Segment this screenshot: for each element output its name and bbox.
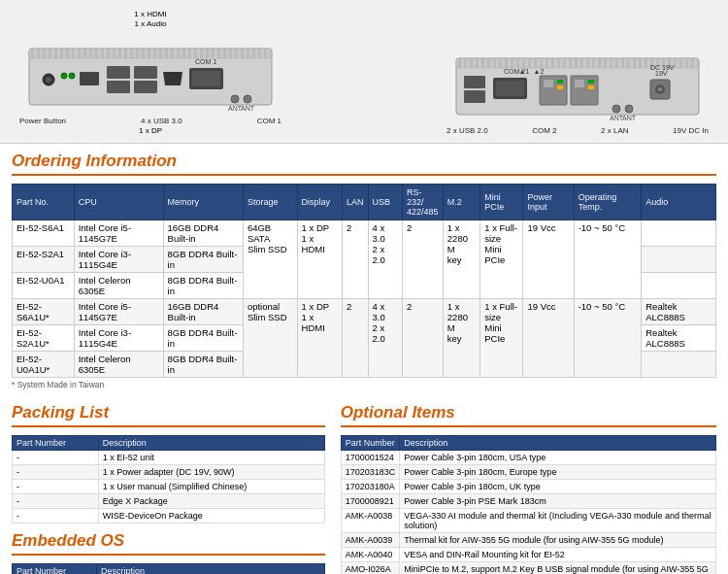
svg-point-7	[46, 77, 51, 83]
svg-rect-33	[557, 85, 563, 89]
usb20-label: 2 x USB 2.0	[447, 126, 488, 135]
back-labels-row: 2 x USB 2.0 COM 2 2 x LAN 19V DC In	[447, 126, 709, 135]
col-memory: Memory	[163, 185, 243, 220]
svg-rect-10	[80, 72, 99, 85]
table-row: 170203180APower Cable 3-pin 180cm, UK ty…	[341, 480, 715, 494]
svg-rect-32	[557, 80, 563, 84]
table-row: 1700008921Power Cable 3-pin PSE Mark 183…	[341, 494, 715, 509]
ordering-note: * System Made in Taiwan	[12, 380, 716, 389]
svg-rect-11	[107, 66, 130, 79]
col-m2: M.2	[443, 185, 480, 220]
svg-text:ANT: ANT	[622, 115, 637, 121]
svg-rect-26	[464, 90, 485, 103]
front-panel-block: 1 x HDMI 1 x Audio	[19, 10, 281, 135]
svg-marker-15	[163, 72, 182, 85]
svg-point-45	[612, 105, 620, 113]
svg-rect-37	[588, 85, 594, 89]
back-panel-svg: COM 2 ▲1 ▲2 19V DC 19V	[447, 39, 709, 124]
opt-col-part: Part Number	[341, 436, 400, 451]
packing-section: Packing List Part Number Description -1 …	[12, 403, 325, 574]
opt-col-desc: Description	[400, 436, 716, 451]
col-cpu: CPU	[74, 185, 163, 220]
hdmi-audio-label: 1 x HDMI	[134, 10, 166, 18]
col-power: Power Input	[523, 185, 574, 220]
audio-label: 1 x Audio	[135, 19, 167, 28]
bottom-sections: Packing List Part Number Description -1 …	[0, 397, 728, 574]
os-col-desc: Description	[97, 564, 325, 575]
svg-point-42	[658, 87, 662, 91]
svg-text:DC 19V: DC 19V	[650, 64, 675, 71]
embedded-os-title: Embedded OS	[12, 531, 325, 556]
optional-table: Part Number Description 1700001524Power …	[341, 435, 716, 574]
table-row: -1 x User manual (Simplified Chinese)	[13, 480, 325, 494]
dp-label: 1 x DP	[139, 126, 162, 135]
ordering-table: Part No. CPU Memory Storage Display LAN …	[12, 184, 716, 378]
col-storage: Storage	[243, 185, 297, 220]
svg-rect-25	[464, 76, 485, 88]
embedded-os-table: Part Number Description 20706WX9VM0021Wi…	[12, 563, 325, 574]
svg-rect-17	[192, 71, 220, 86]
table-row: AMK-A0040VESA and DIN-Rail Mounting kit …	[341, 548, 715, 562]
table-row: -WISE-DeviceOn Package	[13, 509, 325, 523]
table-row: EI-52-S6A1Intel Core i5-1145G7E16GB DDR4…	[13, 220, 716, 247]
svg-text:19V: 19V	[655, 70, 668, 77]
back-panel-block: COM 2 ▲1 ▲2 19V DC 19V	[447, 39, 709, 135]
col-usb: USB	[368, 185, 402, 220]
col-rs232: RS-232/422/485	[402, 185, 443, 220]
svg-rect-12	[107, 81, 130, 93]
front-panel-svg: ANT ANT COM 1	[19, 29, 281, 115]
svg-rect-1	[29, 49, 272, 58]
usb30-label: 4 x USB 3.0	[141, 117, 182, 125]
optional-section: Optional Items Part Number Description 1…	[341, 403, 716, 574]
optional-title: Optional Items	[341, 403, 716, 427]
packing-table: Part Number Description -1 x EI-52 unit-…	[12, 435, 325, 523]
svg-point-8	[61, 73, 67, 79]
svg-text:▲2: ▲2	[534, 68, 545, 75]
svg-rect-35	[575, 80, 584, 87]
dcin-label: 19V DC In	[673, 126, 709, 135]
table-row: -1 x Power adapter (DC 19V, 90W)	[13, 465, 325, 480]
svg-point-46	[625, 105, 633, 113]
table-row: AMK-A0038VEGA-330 AI module and thermal …	[341, 509, 715, 533]
table-row: -1 x EI-52 unit	[13, 451, 325, 465]
svg-rect-31	[544, 80, 553, 87]
svg-rect-14	[134, 81, 157, 93]
table-row: EI-52-S6A1U*Intel Core i5-1145G7E16GB DD…	[13, 299, 716, 325]
lan-label: 2 x LAN	[601, 126, 628, 135]
svg-rect-13	[134, 66, 157, 79]
power-button-label: Power Button	[19, 117, 66, 125]
packing-title: Packing List	[12, 403, 325, 427]
svg-rect-29	[496, 81, 524, 96]
svg-text:ANT: ANT	[241, 105, 255, 112]
col-lan: LAN	[343, 185, 369, 220]
com2-label: COM 2	[532, 126, 556, 135]
table-row: AMO-I026AMiniPCIe to M.2, support M.2 Ke…	[341, 562, 715, 575]
svg-text:COM 1: COM 1	[195, 58, 216, 65]
col-part-no: Part No.	[13, 185, 75, 220]
col-audio: Audio	[642, 185, 716, 220]
table-row: -Edge X Package	[13, 494, 325, 509]
col-minipcie: Mini PCIe	[480, 185, 523, 220]
table-row: AMK-A0039Thermal kit for AIW-355 5G modu…	[341, 533, 715, 548]
top-images-section: 1 x HDMI 1 x Audio	[0, 0, 728, 144]
svg-text:▲1: ▲1	[519, 68, 530, 75]
svg-point-9	[69, 73, 75, 79]
col-display: Display	[297, 185, 342, 220]
svg-point-18	[231, 95, 239, 103]
ordering-section: Ordering Information Part No. CPU Memory…	[0, 144, 728, 397]
svg-point-19	[244, 95, 251, 103]
col-temp: Operating Temp.	[574, 185, 642, 220]
svg-rect-36	[588, 80, 594, 84]
packing-col-part: Part Number	[13, 436, 99, 451]
ordering-title: Ordering Information	[12, 152, 716, 176]
table-row: 170203183CPower Cable 3-pin 180cm, Europ…	[341, 465, 715, 480]
com1-label: COM 1	[257, 117, 281, 125]
front-labels-row: Power Button 4 x USB 3.0 COM 1	[19, 117, 281, 125]
packing-col-desc: Description	[98, 436, 324, 451]
os-col-part: Part Number	[13, 564, 97, 575]
embedded-os-wrapper: Embedded OS Part Number Description 2070…	[12, 531, 325, 574]
table-row: 1700001524Power Cable 3-pin 180cm, USA t…	[341, 451, 715, 465]
